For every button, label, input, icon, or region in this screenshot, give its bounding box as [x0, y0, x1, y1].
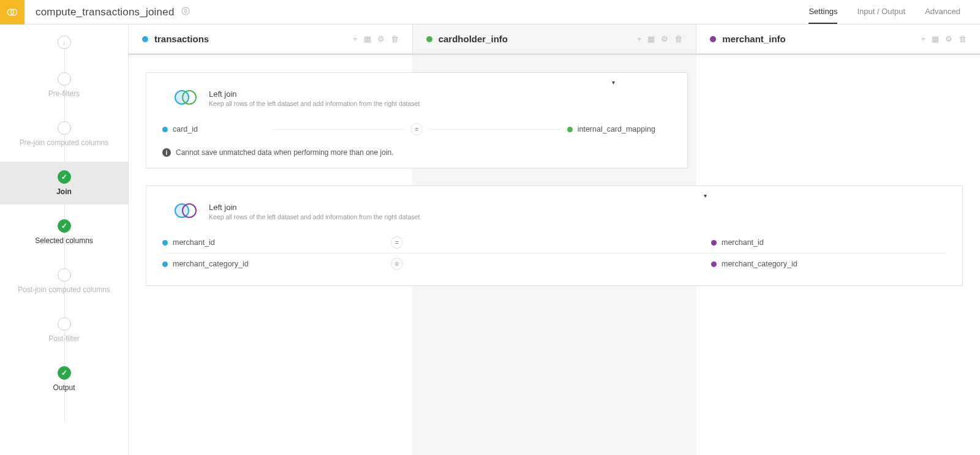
main-area: transactions + ▦ ⚙ 🗑 cardholder_info + ▦… [129, 24, 980, 455]
join-card-2[interactable]: ▾ Left join Keep all rows of the left da… [146, 186, 963, 286]
field-dot [567, 127, 573, 132]
join-type-desc: Keep all rows of the left dataset and ad… [209, 213, 420, 220]
right-field: merchant_id [722, 238, 764, 247]
dataset-name: cardholder_info [439, 34, 508, 44]
step-join[interactable]: Join [0, 162, 128, 205]
trash-icon[interactable]: 🗑 [391, 34, 399, 43]
dataset-col-merchant: merchant_info + ▦ ⚙ 🗑 [696, 24, 980, 53]
gear-icon[interactable]: ⚙ [661, 34, 668, 43]
step-postjoin-computed[interactable]: Post-join computed columns [0, 268, 128, 294]
join-card-1[interactable]: ▾ Left join Keep all rows of the left da… [146, 72, 688, 168]
step-start[interactable] [0, 36, 128, 49]
top-tabs: Settings Input / Output Advanced [809, 0, 980, 24]
page-title: compute_transactions_joined [36, 6, 175, 18]
operator-badge[interactable]: = [410, 123, 423, 135]
join-type-desc: Keep all rows of the left dataset and ad… [209, 100, 420, 107]
left-field: merchant_id [173, 238, 215, 247]
step-output[interactable]: Output [0, 366, 128, 392]
left-stepper: Pre-filters Pre-join computed columns Jo… [0, 24, 129, 455]
table-icon[interactable]: ▦ [932, 34, 939, 43]
venn-icon [173, 202, 198, 221]
tag-icon[interactable] [181, 6, 190, 18]
step-selected-columns[interactable]: Selected columns [0, 219, 128, 245]
left-field: merchant_category_id [173, 260, 249, 268]
dataset-col-transactions: transactions + ▦ ⚙ 🗑 [129, 24, 413, 53]
field-dot [162, 127, 168, 132]
step-post-filter[interactable]: Post-filter [0, 317, 128, 343]
field-dot [162, 240, 168, 246]
right-field: internal_card_mapping [578, 125, 655, 133]
dataset-dot [426, 36, 432, 42]
dataset-dot [142, 36, 148, 42]
trash-icon[interactable]: 🗑 [959, 34, 967, 43]
tab-advanced[interactable]: Advanced [925, 0, 960, 24]
collapse-caret-icon[interactable]: ▾ [704, 192, 707, 199]
table-icon[interactable]: ▦ [364, 34, 371, 43]
gear-icon[interactable]: ⚙ [377, 34, 385, 43]
join-condition[interactable]: merchant_id = merchant_id [162, 232, 946, 253]
tab-input-output[interactable]: Input / Output [857, 0, 905, 24]
left-field: card_id [173, 125, 198, 133]
operator-badge[interactable]: = [391, 258, 403, 270]
dataset-name: merchant_info [722, 34, 785, 44]
add-icon[interactable]: + [921, 34, 925, 43]
collapse-caret-icon[interactable]: ▾ [612, 79, 615, 86]
operator-badge[interactable]: = [391, 236, 403, 249]
field-dot [711, 240, 717, 246]
dataset-headers: transactions + ▦ ⚙ 🗑 cardholder_info + ▦… [129, 24, 980, 54]
info-icon: i [162, 148, 171, 157]
join-type-label: Left join [209, 203, 420, 212]
trash-icon[interactable]: 🗑 [674, 34, 682, 43]
dataset-name: transactions [154, 34, 209, 44]
venn-icon [173, 89, 198, 108]
field-dot [711, 261, 717, 267]
tab-settings[interactable]: Settings [809, 0, 837, 24]
dataset-col-cardholder: cardholder_info + ▦ ⚙ 🗑 [413, 24, 697, 53]
top-bar: compute_transactions_joined Settings Inp… [0, 0, 980, 24]
right-field: merchant_category_id [722, 260, 797, 268]
recipe-join-icon [0, 0, 24, 24]
gear-icon[interactable]: ⚙ [945, 34, 952, 43]
field-dot [162, 261, 168, 267]
join-condition[interactable]: card_id = internal_card_mapping [162, 119, 671, 140]
join-type-label: Left join [209, 89, 420, 99]
join-note: i Cannot save unmatched data when perfor… [162, 148, 671, 157]
table-icon[interactable]: ▦ [647, 34, 655, 43]
step-pre-filters[interactable]: Pre-filters [0, 72, 128, 98]
join-condition[interactable]: merchant_category_id = merchant_category… [162, 254, 946, 274]
add-icon[interactable]: + [637, 34, 642, 43]
add-icon[interactable]: + [353, 34, 358, 43]
dataset-dot [710, 36, 716, 42]
step-prejoin-computed[interactable]: Pre-join computed columns [0, 121, 128, 147]
